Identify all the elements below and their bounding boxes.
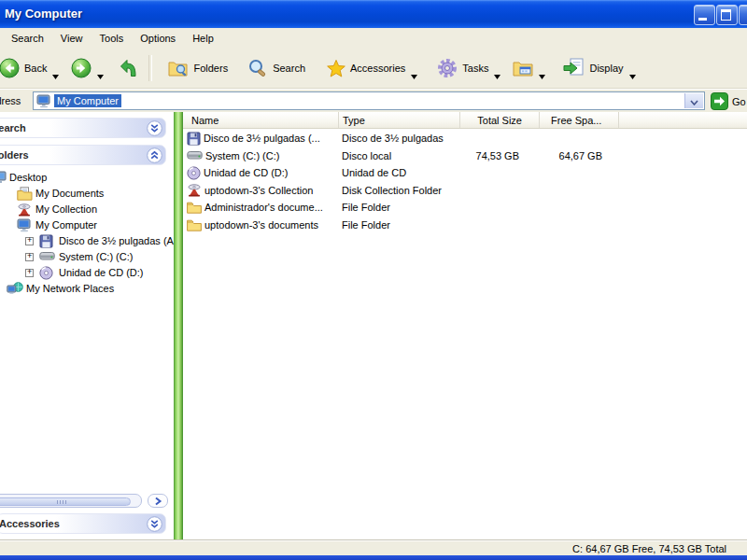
folder-view-icon: [513, 60, 533, 77]
column-header-free-spa[interactable]: Free Spa...: [540, 112, 619, 128]
cd-icon: [39, 266, 53, 280]
chevron-down-icon[interactable]: [97, 66, 104, 71]
chevron-double-down-icon[interactable]: [147, 120, 162, 136]
column-header-name[interactable]: Name: [183, 112, 339, 128]
tree-item-desktop[interactable]: Desktop: [0, 170, 174, 186]
scrollbar-track[interactable]: [0, 494, 142, 508]
sidebar-panel-accessories[interactable]: Accessories: [0, 513, 166, 534]
chevron-down-icon[interactable]: [52, 66, 59, 71]
tree-item-label: Desktop: [9, 172, 47, 183]
chevron-double-down-icon[interactable]: [147, 516, 162, 532]
chevron-down-icon[interactable]: [494, 66, 500, 71]
go-button[interactable]: [711, 92, 728, 110]
menu-item-search[interactable]: Search: [11, 30, 49, 47]
tasks-button[interactable]: Tasks: [434, 51, 503, 85]
folders-button[interactable]: Folders: [165, 51, 231, 85]
maximize-button[interactable]: [716, 5, 738, 25]
expand-plus-icon[interactable]: [25, 253, 34, 261]
my-computer-icon: [17, 218, 32, 232]
forward-button[interactable]: [68, 51, 106, 85]
panel-title-search: Search: [0, 122, 26, 133]
display-button[interactable]: Display: [560, 51, 638, 85]
floppy-icon: [187, 132, 201, 146]
file-type: Disk Collection Folder: [339, 185, 460, 196]
chevron-double-up-icon[interactable]: [147, 147, 162, 163]
tree-item-system-c-c[interactable]: System (C:) (C:): [0, 249, 174, 265]
expand-plus-icon[interactable]: [25, 237, 34, 245]
tree-item-disco-de-3-pulgadas-a[interactable]: Disco de 3½ pulgadas (A:): [0, 233, 174, 249]
menu-item-view[interactable]: View: [61, 30, 89, 47]
tasks-icon: [437, 58, 458, 78]
file-row[interactable]: uptodown-3's CollectionDisk Collection F…: [183, 182, 747, 200]
scroll-right-button[interactable]: [148, 494, 168, 508]
window-bottom-border: [0, 555, 747, 560]
search-button[interactable]: Search: [245, 51, 308, 85]
search-icon: [247, 58, 268, 78]
folder-icon: [187, 201, 202, 214]
file-row[interactable]: System (C:) (C:)Disco local74,53 GB64,67…: [183, 147, 747, 165]
file-name: Administrador's docume...: [204, 202, 323, 213]
menu-item-help[interactable]: Help: [192, 30, 219, 47]
accessories-button[interactable]: Accessories: [324, 51, 420, 85]
tree-item-unidad-de-cd-d[interactable]: Unidad de CD (D:): [0, 265, 174, 281]
tree-item-label: My Documents: [35, 188, 104, 199]
address-value: My Computer: [54, 94, 121, 107]
file-type: Disco local: [339, 150, 460, 161]
sidebar-splitter[interactable]: [174, 112, 183, 539]
close-button[interactable]: [739, 5, 747, 25]
folder-view-button[interactable]: [510, 51, 548, 85]
file-name: uptodown-3's Collection: [204, 185, 313, 196]
file-total-size: 74,53 GB: [460, 150, 540, 161]
sidebar-panel-folders[interactable]: Folders: [0, 145, 166, 165]
window-title: My Computer: [5, 7, 82, 21]
tree-item-my-documents[interactable]: My Documents: [0, 186, 174, 202]
minimize-button[interactable]: [694, 5, 715, 25]
panel-title-folders: Folders: [0, 149, 29, 161]
hdd-icon: [187, 149, 203, 161]
display-label: Display: [589, 63, 623, 74]
main-area: Search Folders DesktopMy DocumentsMy Col…: [0, 112, 747, 539]
tree-item-label: My Computer: [35, 219, 97, 231]
column-header-type[interactable]: Type: [339, 112, 460, 128]
horizontal-scrollbar[interactable]: [0, 493, 168, 509]
tree-item-my-collection[interactable]: My Collection: [0, 202, 174, 217]
menu-item-tools[interactable]: Tools: [100, 30, 130, 47]
file-type: Unidad de CD: [339, 167, 460, 178]
cd-icon: [187, 166, 201, 180]
tree-item-label: Unidad de CD (D:): [59, 267, 143, 278]
my-computer-icon: [36, 94, 51, 108]
folder-tree: DesktopMy DocumentsMy CollectionMy Compu…: [0, 170, 174, 297]
tree-item-label: My Collection: [35, 203, 97, 215]
my-documents-icon: [17, 187, 33, 201]
file-rows: Disco de 3½ pulgadas (...Disco de 3½ pul…: [183, 130, 747, 233]
file-type: File Folder: [339, 219, 460, 231]
back-icon: [0, 58, 20, 78]
tree-item-my-network-places[interactable]: My Network Places: [0, 281, 174, 297]
desktop-icon: [0, 171, 7, 184]
network-icon: [7, 282, 23, 296]
expand-plus-icon[interactable]: [25, 269, 34, 277]
scrollbar-thumb[interactable]: [0, 497, 131, 506]
column-header-filler: [619, 112, 747, 128]
file-row[interactable]: Disco de 3½ pulgadas (...Disco de 3½ pul…: [183, 130, 747, 147]
file-row[interactable]: uptodown-3's documentsFile Folder: [183, 217, 747, 234]
tree-item-my-computer[interactable]: My Computer: [0, 217, 174, 233]
chevron-down-icon[interactable]: [411, 66, 417, 71]
chevron-down-icon[interactable]: [629, 66, 636, 71]
folders-label: Folders: [193, 63, 228, 74]
sidebar: Search Folders DesktopMy DocumentsMy Col…: [0, 112, 174, 539]
menu-item-options[interactable]: Options: [140, 30, 181, 47]
file-list: NameTypeTotal SizeFree Spa... Disco de 3…: [183, 112, 747, 539]
hdd-icon: [39, 250, 55, 262]
up-button[interactable]: [115, 51, 143, 85]
accessories-label: Accessories: [350, 63, 405, 74]
file-row[interactable]: Unidad de CD (D:)Unidad de CD: [183, 164, 747, 182]
back-button[interactable]: Back: [0, 51, 62, 85]
address-input[interactable]: My Computer: [33, 91, 705, 110]
address-dropdown-button[interactable]: [684, 93, 703, 108]
chevron-down-icon[interactable]: [539, 66, 545, 71]
file-free-space: 64,67 GB: [540, 150, 619, 161]
column-header-total-size[interactable]: Total Size: [460, 112, 540, 128]
sidebar-panel-search[interactable]: Search: [0, 118, 166, 138]
file-row[interactable]: Administrador's docume...File Folder: [183, 199, 747, 217]
